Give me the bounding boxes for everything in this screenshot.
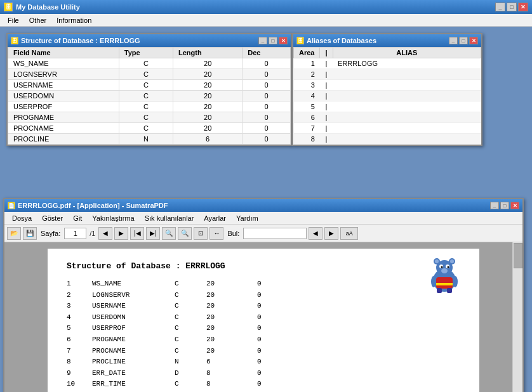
search-prev-btn[interactable]: ◀ xyxy=(309,227,323,240)
pdf-row-num: 9 xyxy=(67,368,92,379)
main-title-text: My Database Utility xyxy=(16,3,80,11)
struct-title-controls: _ □ ✕ xyxy=(258,37,288,44)
alias-col-pipe: | xyxy=(320,48,333,58)
page-number-input[interactable] xyxy=(64,228,86,239)
field-dec: 0 xyxy=(243,134,291,145)
alias-area: 2 xyxy=(294,69,320,80)
svg-point-13 xyxy=(431,276,436,287)
alias-minimize-btn[interactable]: _ xyxy=(449,37,458,44)
struct-maximize-btn[interactable]: □ xyxy=(269,37,277,44)
svg-rect-15 xyxy=(437,288,442,293)
struct-minimize-btn[interactable]: _ xyxy=(258,37,267,44)
search-next-btn[interactable]: ▶ xyxy=(324,227,338,240)
pdf-row-dec: 0 xyxy=(257,346,276,357)
pdf-row-name: PROCNAME xyxy=(92,346,175,357)
alias-title-text: Aliases of Databases xyxy=(307,37,376,44)
list-item: 7 PROCNAME C 20 0 xyxy=(67,346,460,357)
pdf-row-num: 2 xyxy=(67,290,92,301)
alias-area: 7 xyxy=(294,123,320,134)
pdf-save-btn[interactable]: 💾 xyxy=(23,227,37,240)
field-length: 20 xyxy=(173,69,243,80)
zoom-out-btn[interactable]: 🔍 xyxy=(178,227,192,240)
pdf-row-name: PROCLINE xyxy=(92,356,175,368)
field-length: 20 xyxy=(173,80,243,91)
field-name: PROGNAME xyxy=(8,112,119,123)
svg-point-8 xyxy=(441,266,443,268)
field-name: LOGNSERVR xyxy=(8,69,119,80)
field-dec: 0 xyxy=(243,112,291,123)
pdf-menu-sik[interactable]: Sık kullanılanlar xyxy=(140,213,199,223)
pdf-minimize-btn[interactable]: _ xyxy=(490,202,499,209)
prev-page-btn[interactable]: ◀ xyxy=(98,227,112,240)
pdf-row-name: USERPROF xyxy=(92,323,175,334)
last-page-btn[interactable]: ▶| xyxy=(146,227,160,240)
alias-name: ERRRLOGG xyxy=(333,58,481,69)
menu-file[interactable]: File xyxy=(3,15,24,25)
next-page-btn[interactable]: ▶ xyxy=(114,227,128,240)
pdf-row-type: C xyxy=(175,290,206,301)
pdf-row-dec: 0 xyxy=(257,301,276,312)
svg-point-9 xyxy=(448,266,449,268)
pdf-page-label: Sayfa: xyxy=(41,230,60,237)
pdf-row-dec: 0 xyxy=(257,312,276,323)
pdf-row-dec: 0 xyxy=(257,356,276,368)
pdf-row-num: 3 xyxy=(67,301,92,312)
maximize-button[interactable]: □ xyxy=(507,3,517,11)
pdf-content-wrapper: Structure of Database : ERRRLOGG 1 WS_NA… xyxy=(4,242,522,392)
list-item: 5 USERPROF C 20 0 xyxy=(67,323,460,334)
pdf-row-type: C xyxy=(175,346,206,357)
pdf-row-length: 20 xyxy=(206,312,257,323)
table-row: PROCLINE N 6 0 xyxy=(8,134,291,145)
table-row: USERNAME C 20 0 xyxy=(8,80,291,91)
svg-rect-12 xyxy=(436,283,453,285)
pdf-row-length: 20 xyxy=(206,323,257,334)
fit-page-btn[interactable]: ⊡ xyxy=(194,227,208,240)
alias-maximize-btn[interactable]: □ xyxy=(459,37,468,44)
struct-window: 🗄 Structure of Database : ERRRLOGG _ □ ✕… xyxy=(6,33,292,146)
pdf-row-name: WS_NAME xyxy=(92,278,175,290)
alias-close-btn[interactable]: ✕ xyxy=(469,37,478,44)
first-page-btn[interactable]: |◀ xyxy=(130,227,144,240)
pdf-row-type: C xyxy=(175,323,206,334)
pdf-row-type: C xyxy=(175,379,206,390)
pdf-menu-yakin[interactable]: Yakınlaştırma xyxy=(87,213,139,223)
struct-close-btn[interactable]: ✕ xyxy=(279,37,288,44)
menu-other[interactable]: Other xyxy=(24,15,52,25)
pdf-menu-yardim[interactable]: Yardım xyxy=(231,213,263,223)
field-length: 20 xyxy=(173,101,243,112)
pdf-maximize-btn[interactable]: □ xyxy=(500,202,509,209)
col-header-fieldname: Field Name xyxy=(8,48,119,58)
search-input[interactable] xyxy=(243,228,307,239)
minimize-button[interactable]: _ xyxy=(495,3,505,11)
zoom-in-btn[interactable]: 🔍 xyxy=(162,227,176,240)
pdf-menu-git[interactable]: Git xyxy=(68,213,87,223)
alias-area: 3 xyxy=(294,80,320,91)
pdf-menu-ayarlar[interactable]: Ayarlar xyxy=(199,213,231,223)
alias-table-scroll[interactable]: Area | ALIAS 1 | ERRRLOGG 2 | 3 | 4 | xyxy=(293,47,481,145)
pdf-row-length: 20 xyxy=(206,301,257,312)
alias-area: 5 xyxy=(294,101,320,112)
alias-pipe: | xyxy=(320,80,333,91)
close-button[interactable]: ✕ xyxy=(518,3,528,11)
col-header-length: Length xyxy=(173,48,243,58)
pdf-menu-goster[interactable]: Göster xyxy=(37,213,68,223)
struct-table-scroll[interactable]: Field Name Type Length Dec WS_NAME C 20 … xyxy=(8,47,291,145)
pdf-vscrollbar[interactable] xyxy=(512,242,522,392)
pdf-row-length: 20 xyxy=(206,346,257,357)
pdf-close-btn[interactable]: ✕ xyxy=(510,202,519,209)
svg-rect-16 xyxy=(447,288,452,293)
pdf-menu-dosya[interactable]: Dosya xyxy=(7,213,37,223)
field-dec: 0 xyxy=(243,123,291,134)
pdf-open-btn[interactable]: 📂 xyxy=(7,227,21,240)
table-row: USERDOMN C 20 0 xyxy=(8,91,291,101)
pdf-row-dec: 0 xyxy=(257,379,276,390)
main-window: 🗄 My Database Utility _ □ ✕ File Other I… xyxy=(0,0,532,392)
field-name: PROCNAME xyxy=(8,123,119,134)
menu-information[interactable]: Information xyxy=(51,15,96,25)
fit-width-btn[interactable]: ↔ xyxy=(209,227,223,240)
pdf-row-name: PROGNAME xyxy=(92,334,175,346)
pdf-vscrollthumb[interactable] xyxy=(514,243,522,268)
alias-title-bar: 🗄 Aliases of Databases _ □ ✕ xyxy=(293,34,481,47)
field-length: 20 xyxy=(173,112,243,123)
match-case-btn[interactable]: aA xyxy=(340,227,358,240)
